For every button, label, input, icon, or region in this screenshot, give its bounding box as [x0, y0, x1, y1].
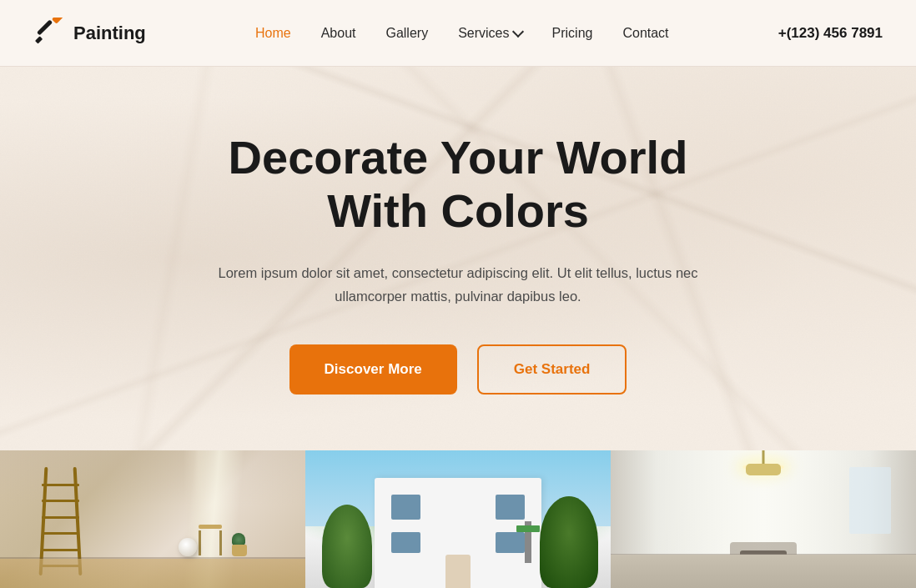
- nav-services-link[interactable]: Services: [458, 26, 509, 41]
- chandelier-body: [746, 464, 781, 475]
- discover-more-button[interactable]: Discover More: [289, 344, 457, 395]
- phone-number: +(123) 456 7891: [778, 25, 883, 42]
- get-started-button[interactable]: Get Started: [477, 344, 627, 395]
- sphere-decor: [179, 538, 197, 556]
- nav-about[interactable]: About: [321, 26, 356, 40]
- gallery-item-3[interactable]: [611, 450, 916, 588]
- nav-pricing[interactable]: Pricing: [552, 26, 593, 40]
- nav-home[interactable]: Home: [255, 26, 291, 40]
- room-floor: [0, 559, 305, 588]
- window-right: [849, 467, 891, 534]
- hero-section: Decorate Your World With Colors Lorem ip…: [0, 67, 916, 450]
- nav-contact[interactable]: Contact: [622, 26, 668, 40]
- logo[interactable]: Painting: [33, 18, 146, 49]
- building-facade: [375, 478, 541, 588]
- hero-buttons: Discover More Get Started: [289, 344, 627, 395]
- hallway-floor: [611, 555, 916, 588]
- brand-name: Painting: [73, 23, 146, 44]
- nav-gallery[interactable]: Gallery: [385, 26, 428, 40]
- nav-services-dropdown[interactable]: Services: [458, 26, 521, 41]
- floor-wall-junction: [611, 554, 916, 555]
- hero-title-line1: Decorate Your World: [229, 131, 688, 183]
- gallery-item-1[interactable]: [0, 450, 305, 588]
- gallery-item-2[interactable]: [305, 450, 611, 588]
- chevron-down-icon: [511, 26, 523, 38]
- tree-left: [322, 505, 372, 588]
- hero-subtitle: Lorem ipsum dolor sit amet, consectetur …: [208, 261, 708, 308]
- hero-title: Decorate Your World With Colors: [229, 131, 688, 239]
- hero-title-line2: With Colors: [327, 184, 589, 237]
- street-sign-post: [525, 521, 531, 563]
- tree-right: [540, 496, 598, 588]
- stool: [199, 525, 222, 556]
- svg-rect-1: [52, 18, 63, 24]
- svg-rect-2: [35, 36, 43, 43]
- plant: [232, 533, 247, 556]
- gallery-row: [0, 450, 916, 588]
- logo-icon: [33, 18, 65, 49]
- navbar: Painting Home About Gallery Services Pri…: [0, 0, 916, 67]
- svg-rect-0: [37, 19, 53, 35]
- nav-links: Home About Gallery Services Pricing Cont…: [255, 26, 669, 41]
